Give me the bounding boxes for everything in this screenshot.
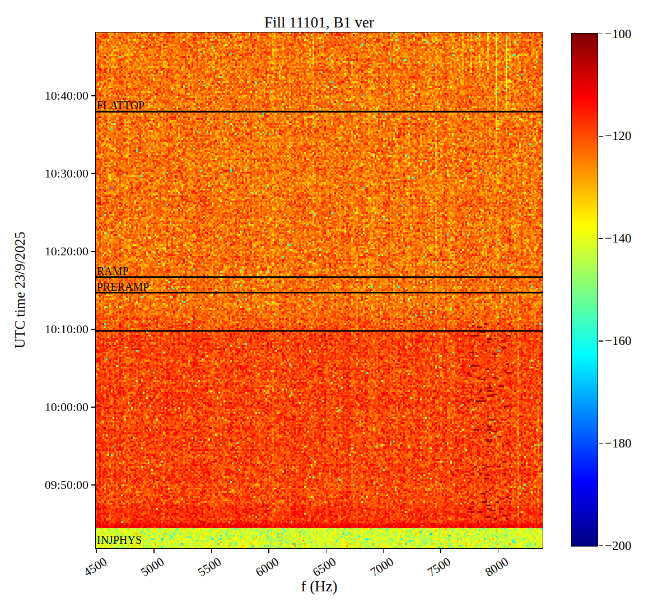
y-tick-mark bbox=[91, 329, 96, 330]
x-tick-label: 7500 bbox=[425, 554, 454, 580]
x-tick-mark bbox=[268, 549, 269, 553]
y-tick-label: 10:30:00 bbox=[0, 166, 88, 181]
colorbar-tick-mark bbox=[599, 238, 603, 239]
event-label-preramp: PRERAMP bbox=[97, 281, 149, 293]
x-tick-mark bbox=[383, 549, 384, 553]
colorbar-tick-label: −160 bbox=[605, 333, 631, 349]
x-tick-mark bbox=[498, 549, 499, 553]
x-tick-label: 8000 bbox=[482, 554, 511, 580]
colorbar-tick-label: −180 bbox=[605, 436, 631, 451]
x-tick-mark bbox=[153, 549, 155, 553]
colorbar-tick-label: −140 bbox=[605, 231, 631, 246]
colorbar-tick-mark bbox=[599, 340, 603, 342]
y-tick-label: 10:40:00 bbox=[0, 88, 88, 103]
colorbar-tick-mark bbox=[599, 34, 603, 35]
y-tick-mark bbox=[91, 484, 96, 486]
colorbar-tick-mark bbox=[599, 443, 603, 444]
y-tick-label: 10:20:00 bbox=[0, 244, 88, 259]
spectrogram-figure: Fill 11101, B1 ver UTC time 23/9/2025 f … bbox=[0, 0, 672, 616]
spectrogram-heatmap-canvas bbox=[96, 32, 543, 548]
y-tick-label: 09:50:00 bbox=[0, 478, 88, 492]
y-tick-label: 10:10:00 bbox=[0, 322, 88, 337]
x-tick-mark bbox=[96, 549, 97, 553]
event-label-injphys: INJPHYS bbox=[97, 534, 142, 547]
x-tick-label: 5500 bbox=[195, 554, 224, 580]
x-tick-mark bbox=[440, 549, 441, 553]
y-tick-mark bbox=[91, 407, 96, 408]
x-tick-label: 5000 bbox=[138, 554, 167, 580]
x-axis-label: f (Hz) bbox=[96, 578, 543, 595]
y-tick-mark bbox=[91, 173, 96, 174]
colorbar-tick-mark bbox=[599, 136, 603, 137]
chart-title: Fill 11101, B1 ver bbox=[96, 14, 543, 31]
colorbar-tick-label: −100 bbox=[605, 26, 631, 42]
x-tick-label: 6000 bbox=[253, 554, 282, 580]
event-label-flattop: FLATTOP bbox=[97, 99, 144, 112]
spectrogram-plot-area bbox=[95, 32, 543, 549]
colorbar-tick-mark bbox=[599, 545, 603, 547]
colorbar-tick-label: −120 bbox=[605, 128, 631, 144]
colorbar-tick-label: −200 bbox=[605, 538, 631, 554]
x-tick-mark bbox=[326, 549, 327, 553]
y-tick-mark bbox=[91, 251, 96, 252]
x-tick-label: 6500 bbox=[310, 554, 339, 580]
colorbar-gradient bbox=[571, 33, 598, 547]
x-tick-mark bbox=[211, 549, 212, 553]
y-tick-mark bbox=[91, 95, 96, 96]
x-tick-label: 4500 bbox=[81, 554, 109, 580]
event-label-ramp: RAMP bbox=[97, 265, 129, 278]
y-tick-label: 10:00:00 bbox=[0, 400, 88, 414]
x-tick-label: 7000 bbox=[367, 554, 396, 580]
